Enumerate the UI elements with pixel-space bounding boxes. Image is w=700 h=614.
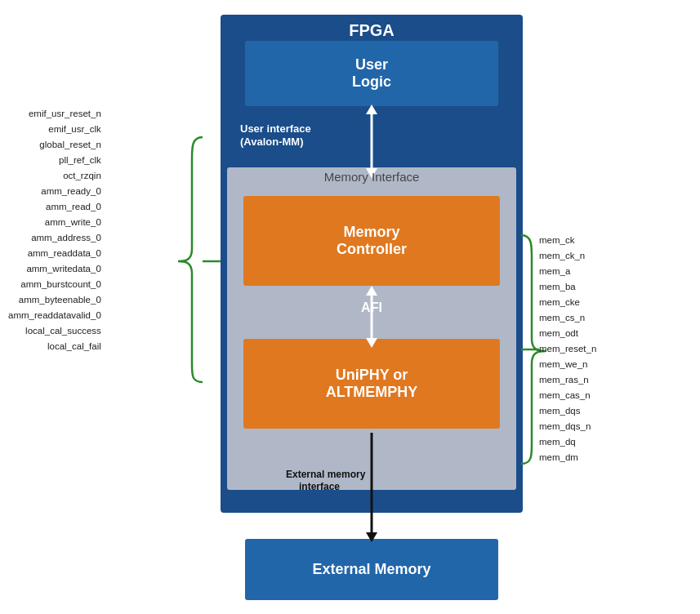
memory-controller-box: MemoryController — [243, 196, 500, 286]
signal-mem-ck: mem_ck — [539, 233, 596, 248]
external-memory-box: External Memory — [245, 539, 498, 600]
signal-mem-a: mem_a — [539, 264, 596, 279]
right-signals: mem_ck mem_ck_n mem_a mem_ba mem_cke mem… — [539, 233, 596, 465]
signal-mem-dm: mem_dm — [539, 450, 596, 465]
signal-amm-byteenable-0: amm_byteenable_0 — [8, 292, 101, 308]
signal-mem-ba: mem_ba — [539, 279, 596, 295]
afi-label: AFI — [227, 300, 516, 315]
signal-mem-ras-n: mem_ras_n — [539, 372, 596, 388]
signal-mem-we-n: mem_we_n — [539, 357, 596, 372]
signal-amm-readdatavalid-0: amm_readdatavalid_0 — [8, 308, 101, 323]
signal-amm-address-0: amm_address_0 — [8, 230, 101, 246]
uniphy-box: UniPHY orALTMEMPHY — [243, 339, 500, 429]
user-logic-label: UserLogic — [352, 56, 391, 91]
signal-mem-cke: mem_cke — [539, 295, 596, 310]
signal-mem-dq: mem_dq — [539, 434, 596, 450]
signal-mem-ck-n: mem_ck_n — [539, 248, 596, 264]
signal-emif-usr-clk: emif_usr_clk — [8, 122, 101, 137]
signal-mem-odt: mem_odt — [539, 326, 596, 341]
signal-mem-dqs-n: mem_dqs_n — [539, 419, 596, 434]
signal-amm-write-0: amm_write_0 — [8, 215, 101, 230]
signal-local-cal-success: local_cal_success — [8, 323, 101, 339]
signal-amm-writedata-0: amm_writedata_0 — [8, 261, 101, 277]
uniphy-label: UniPHY orALTMEMPHY — [326, 367, 418, 401]
user-logic-box: UserLogic — [245, 41, 498, 106]
left-signals: emif_usr_reset_n emif_usr_clk global_res… — [8, 106, 101, 354]
signal-mem-reset-n: mem_reset_n — [539, 341, 596, 357]
signal-emif-usr-reset-n: emif_usr_reset_n — [8, 106, 101, 122]
diagram: FPGA UserLogic Memory Interface MemoryCo… — [0, 0, 700, 614]
signal-amm-read-0: amm_read_0 — [8, 199, 101, 215]
signal-mem-cas-n: mem_cas_n — [539, 388, 596, 403]
signal-amm-ready-0: amm_ready_0 — [8, 184, 101, 199]
signal-amm-readdata-0: amm_readdata_0 — [8, 246, 101, 261]
memory-interface-label: Memory Interface — [227, 170, 516, 184]
signal-pll-ref-clk: pll_ref_clk — [8, 153, 101, 168]
external-memory-label: External Memory — [312, 561, 430, 578]
signal-global-reset-n: global_reset_n — [8, 137, 101, 153]
signal-mem-cs-n: mem_cs_n — [539, 310, 596, 326]
memory-controller-label: MemoryController — [337, 224, 407, 258]
signal-oct-rzqin: oct_rzqin — [8, 168, 101, 184]
signal-mem-dqs: mem_dqs — [539, 403, 596, 419]
fpga-label: FPGA — [221, 15, 523, 40]
signal-amm-burstcount-0: amm_burstcount_0 — [8, 277, 101, 292]
signal-local-cal-fail: local_cal_fail — [8, 339, 101, 354]
